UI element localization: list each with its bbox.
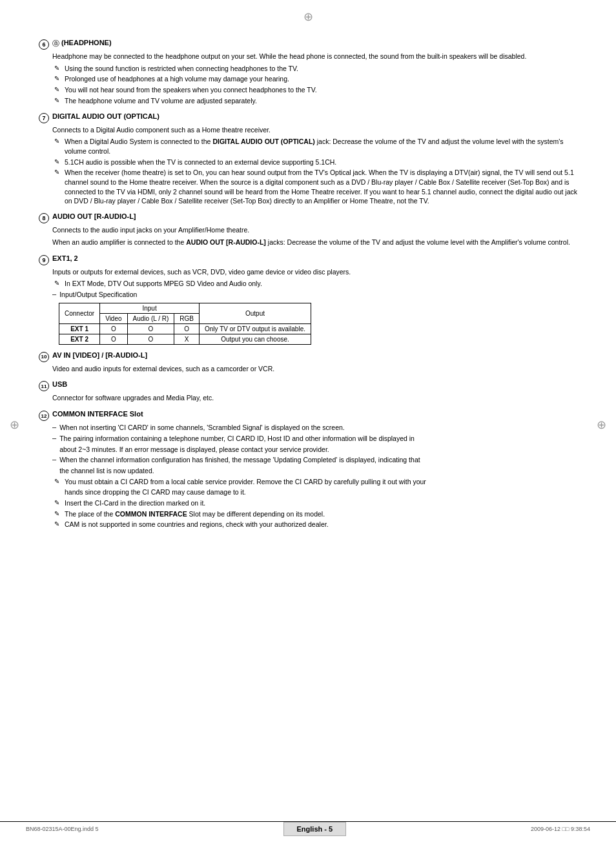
digital-audio-intro: Connects to a Digital Audio component su…: [52, 125, 577, 136]
ext-note-text-1: In EXT Mode, DTV Out supports MPEG SD Vi…: [65, 279, 262, 289]
crosshair-icon: ⊕: [303, 10, 313, 24]
digital-audio-note-2: ✎ 5.1CH audio is possible when the TV is…: [52, 158, 577, 167]
digital-audio-note-text-2: 5.1CH audio is possible when the TV is c…: [65, 158, 336, 167]
section-usb-title: USB: [52, 380, 67, 388]
headphone-note-text-4: The headphone volume and TV volume are a…: [65, 96, 257, 106]
footer-center: English - 5: [283, 822, 347, 836]
headphone-note-4: ✎ The headphone volume and TV volume are…: [52, 96, 577, 106]
ci-note-1: ✎ You must obtain a CI CARD from a local…: [52, 477, 577, 487]
footer-right: 2009-06-12 □□ 9:38:54: [531, 826, 590, 832]
ci-note-1b: ✎ hands since dropping the CI CARD may c…: [52, 487, 577, 497]
footer-left: BN68-02315A-00Eng.indd 5: [26, 826, 99, 832]
ci-dash-text-5: the channel list is now updated.: [59, 466, 154, 476]
right-border-mark: ⊕: [597, 418, 606, 432]
table-cell-ext1-audio: O: [127, 323, 174, 334]
ext-dash-1: – Input/Output Specification: [52, 290, 577, 300]
section-ci-header: 12 COMMON INTERFACE Slot: [39, 410, 577, 421]
page: ⊕ ⊕ ⊕ 6 ⓐ (HEADPHONE) Headphone may be c…: [0, 0, 616, 849]
av-in-intro: Video and audio inputs for external devi…: [52, 364, 577, 374]
section-num-12: 12: [39, 411, 49, 421]
table-cell-ext1-output: Only TV or DTV output is available.: [199, 323, 311, 334]
section-audio-out-header: 8 AUDIO OUT [R-AUDIO-L]: [39, 212, 577, 223]
note-icon-4: ✎: [52, 97, 61, 104]
ci-dash-text-3: about 2~3 minutes. If an error message i…: [59, 445, 329, 455]
note-icon-da-2: ✎: [52, 158, 61, 165]
table-header-input: Input: [100, 303, 200, 313]
section-num-10: 10: [39, 352, 49, 362]
section-ext-header: 9 EXT1, 2: [39, 254, 577, 265]
section-digital-audio-body: Connects to a Digital Audio component su…: [52, 125, 577, 207]
note-icon-ci-1: ✎: [52, 478, 61, 485]
ci-dash-icon-4: –: [52, 455, 56, 463]
section-av-in-title: AV IN [VIDEO] / [R-AUDIO-L]: [52, 351, 147, 359]
table-header-audio: Audio (L / R): [127, 313, 174, 323]
section-headphone: 6 ⓐ (HEADPHONE) Headphone may be connect…: [39, 39, 577, 106]
ci-note-text-3: The place of the COMMON INTERFACE Slot m…: [65, 509, 325, 519]
section-num-11: 11: [39, 381, 49, 391]
ext-table: Connector Input Output Video Audio (L / …: [59, 303, 311, 345]
table-cell-ext1-rgb: O: [174, 323, 200, 334]
section-headphone-body: Headphone may be connected to the headph…: [52, 52, 577, 106]
table-header-connector: Connector: [59, 303, 100, 323]
section-headphone-header: 6 ⓐ (HEADPHONE): [39, 39, 577, 50]
ci-note-3: ✎ The place of the COMMON INTERFACE Slot…: [52, 509, 577, 519]
headphone-note-2: ✎ Prolonged use of headphones at a high …: [52, 74, 577, 84]
note-icon-ci-3: ✎: [52, 510, 61, 517]
ci-dash-2: – The pairing information containing a t…: [52, 434, 577, 444]
headphone-note-text-3: You will not hear sound from the speaker…: [65, 85, 317, 95]
digital-audio-note-text-1: When a Digital Audio System is connected…: [65, 137, 577, 156]
ci-dash-3: – about 2~3 minutes. If an error message…: [52, 445, 577, 455]
section-usb: 11 USB Connector for software upgrades a…: [39, 380, 577, 404]
section-av-in: 10 AV IN [VIDEO] / [R-AUDIO-L] Video and…: [39, 351, 577, 374]
section-av-in-header: 10 AV IN [VIDEO] / [R-AUDIO-L]: [39, 351, 577, 362]
headphone-note-1: ✎ Using the sound function is restricted…: [52, 64, 577, 74]
section-ci-body: – When not inserting 'CI CARD' in some c…: [52, 423, 577, 529]
note-icon-da-3: ✎: [52, 169, 61, 176]
section-num-6: 6: [39, 39, 49, 50]
ci-dash-text-2: The pairing information containing a tel…: [59, 434, 415, 444]
note-icon-da-1: ✎: [52, 138, 61, 145]
table-cell-ext1-connector: EXT 1: [59, 323, 100, 334]
headphone-symbol: ⓐ: [52, 39, 59, 48]
ci-dash-1: – When not inserting 'CI CARD' in some c…: [52, 423, 577, 433]
audio-out-body2: When an audio amplifier is connected to …: [52, 238, 577, 248]
ci-dash-icon-1: –: [52, 423, 56, 431]
ci-note-text-2: Insert the CI-Card in the direction mark…: [65, 498, 205, 508]
footer: BN68-02315A-00Eng.indd 5 English - 5 200…: [0, 821, 616, 836]
section-audio-out-title: AUDIO OUT [R-AUDIO-L]: [52, 212, 136, 220]
ci-dash-text-4: When the channel information configurati…: [59, 455, 420, 465]
table-header-rgb: RGB: [174, 313, 200, 323]
table-cell-ext2-audio: O: [127, 334, 174, 344]
ci-dash-4: – When the channel information configura…: [52, 455, 577, 465]
digital-audio-note-3: ✎ When the receiver (home theatre) is se…: [52, 168, 577, 206]
section-headphone-title: (HEADPHONE): [61, 39, 112, 46]
section-usb-body: Connector for software upgrades and Medi…: [52, 393, 577, 404]
ext-intro: Inputs or outputs for external devices, …: [52, 267, 577, 278]
section-audio-out-body: Connects to the audio input jacks on you…: [52, 225, 577, 248]
section-ext: 9 EXT1, 2 Inputs or outputs for external…: [39, 254, 577, 345]
table-header-output: Output: [199, 303, 311, 323]
headphone-note-text-1: Using the sound function is restricted w…: [65, 64, 298, 74]
headphone-note-3: ✎ You will not hear sound from the speak…: [52, 85, 577, 95]
note-icon-1: ✎: [52, 65, 61, 72]
table-cell-ext2-video: O: [100, 334, 127, 344]
section-ext-body: Inputs or outputs for external devices, …: [52, 267, 577, 345]
section-ci-title: COMMON INTERFACE Slot: [52, 410, 143, 418]
section-usb-header: 11 USB: [39, 380, 577, 391]
ext-table-container: Connector Input Output Video Audio (L / …: [59, 303, 577, 345]
note-icon-ext-1: ✎: [52, 280, 61, 287]
table-cell-ext1-video: O: [100, 323, 127, 334]
ci-note-4: ✎ CAM is not supported in some countries…: [52, 520, 577, 529]
section-digital-audio-header: 7 DIGITAL AUDIO OUT (OPTICAL): [39, 112, 577, 123]
usb-intro: Connector for software upgrades and Medi…: [52, 393, 577, 404]
note-icon-3: ✎: [52, 86, 61, 93]
table-row-ext2: EXT 2 O O X Output you can choose.: [59, 334, 311, 344]
ci-dash-text-1: When not inserting 'CI CARD' in some cha…: [59, 423, 345, 433]
digital-audio-note-text-3: When the receiver (home theatre) is set …: [65, 168, 577, 206]
section-num-8: 8: [39, 213, 49, 223]
section-num-7: 7: [39, 113, 49, 123]
section-av-in-body: Video and audio inputs for external devi…: [52, 364, 577, 374]
section-audio-out: 8 AUDIO OUT [R-AUDIO-L] Connects to the …: [39, 212, 577, 248]
section-digital-audio-title: DIGITAL AUDIO OUT (OPTICAL): [52, 112, 159, 120]
table-header-row-1: Connector Input Output: [59, 303, 311, 313]
